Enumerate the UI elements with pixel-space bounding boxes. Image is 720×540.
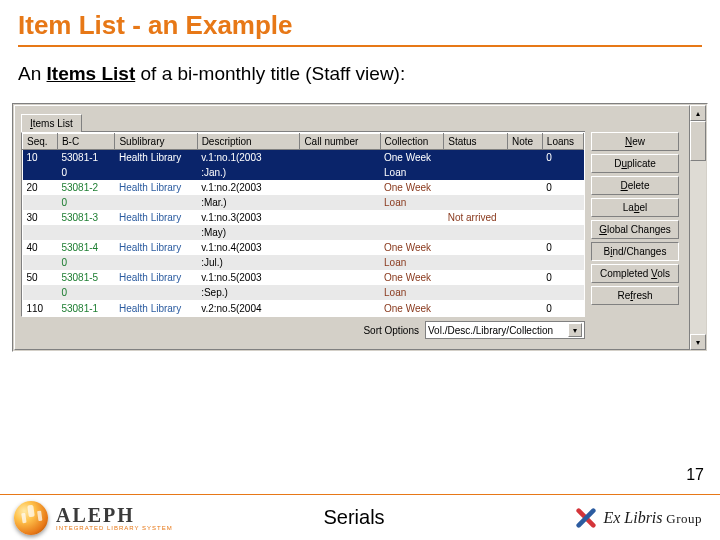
subtitle-pre: An bbox=[18, 63, 47, 84]
completed-vols-button[interactable]: Completed Vols bbox=[591, 264, 679, 283]
sort-label: Sort Options bbox=[363, 325, 419, 336]
sort-options: Sort Options Vol./Desc./Library/Collecti… bbox=[21, 317, 585, 339]
table-row[interactable]: 0:Mar.)Loan bbox=[23, 195, 584, 210]
slide-title: Item List - an Example bbox=[0, 0, 720, 45]
table-row[interactable]: 4053081-4Health Libraryv.1:no.4(2003One … bbox=[23, 240, 584, 255]
items-grid: Seq. B-C Sublibrary Description Call num… bbox=[21, 132, 585, 317]
brand-subtitle: INTEGRATED LIBRARY SYSTEM bbox=[56, 525, 173, 531]
col-collection[interactable]: Collection bbox=[380, 134, 444, 150]
aleph-logo-icon bbox=[14, 501, 48, 535]
tab-label: tems List bbox=[33, 118, 73, 129]
scroll-thumb[interactable] bbox=[690, 121, 706, 161]
refresh-button[interactable]: Refresh bbox=[591, 286, 679, 305]
table-row[interactable]: 0:Jan.)Loan bbox=[23, 165, 584, 180]
col-callnumber[interactable]: Call number bbox=[300, 134, 380, 150]
slide-footer: ALEPH INTEGRATED LIBRARY SYSTEM Serials … bbox=[0, 494, 720, 540]
grid-header: Seq. B-C Sublibrary Description Call num… bbox=[23, 134, 584, 150]
scroll-up-icon[interactable]: ▴ bbox=[690, 105, 706, 121]
sort-select[interactable]: Vol./Desc./Library/Collection ▾ bbox=[425, 321, 585, 339]
table-row[interactable]: 0:Jul.)Loan bbox=[23, 255, 584, 270]
slide-subtitle: An Items List of a bi-monthly title (Sta… bbox=[0, 55, 720, 103]
col-sublibrary[interactable]: Sublibrary bbox=[115, 134, 197, 150]
col-bc[interactable]: B-C bbox=[57, 134, 115, 150]
col-note[interactable]: Note bbox=[507, 134, 542, 150]
vendor-name: Ex Libris Group bbox=[603, 509, 702, 527]
table-row[interactable]: 3053081-3Health Libraryv.1:no.3(2003Not … bbox=[23, 210, 584, 225]
col-status[interactable]: Status bbox=[444, 134, 508, 150]
title-rule bbox=[18, 45, 702, 47]
sort-value: Vol./Desc./Library/Collection bbox=[428, 325, 553, 336]
col-description[interactable]: Description bbox=[197, 134, 300, 150]
scroll-down-icon[interactable]: ▾ bbox=[690, 334, 706, 350]
subtitle-bold: Items List bbox=[47, 63, 136, 84]
subtitle-post: of a bi-monthly title (Staff view): bbox=[135, 63, 405, 84]
duplicate-button[interactable]: Duplicate bbox=[591, 154, 679, 173]
table-row[interactable]: 2053081-2Health Libraryv.1:no.2(2003One … bbox=[23, 180, 584, 195]
tab-strip: Items List bbox=[21, 110, 585, 132]
label-button[interactable]: Label bbox=[591, 198, 679, 217]
page-number: 17 bbox=[686, 466, 704, 484]
exlibris-logo-icon bbox=[575, 507, 597, 529]
vendor-block: Ex Libris Group bbox=[575, 507, 720, 529]
action-panel: New Duplicate Delete Label Global Change… bbox=[591, 110, 679, 339]
table-row[interactable]: 1053081-1Health Libraryv.1:no.1(2003One … bbox=[23, 150, 584, 166]
new-button[interactable]: New bbox=[591, 132, 679, 151]
global-changes-button[interactable]: Global Changes bbox=[591, 220, 679, 239]
vertical-scrollbar[interactable]: ▴ ▾ bbox=[690, 105, 706, 350]
footer-title: Serials bbox=[173, 506, 576, 529]
tab-items-list[interactable]: Items List bbox=[21, 114, 82, 132]
table-row[interactable]: :May) bbox=[23, 225, 584, 240]
table-row[interactable]: 5053081-5Health Libraryv.1:no.5(2003One … bbox=[23, 270, 584, 285]
delete-button[interactable]: Delete bbox=[591, 176, 679, 195]
bind-changes-button[interactable]: Bind/Changes bbox=[591, 242, 679, 261]
col-seq[interactable]: Seq. bbox=[23, 134, 58, 150]
chevron-down-icon[interactable]: ▾ bbox=[568, 323, 582, 337]
table-row[interactable]: 0:Sep.)Loan bbox=[23, 285, 584, 301]
col-loans[interactable]: Loans bbox=[542, 134, 583, 150]
brand-name: ALEPH bbox=[56, 504, 173, 527]
brand-block: ALEPH INTEGRATED LIBRARY SYSTEM bbox=[0, 501, 173, 535]
scroll-track[interactable] bbox=[690, 161, 706, 334]
app-window: Items List Seq. B-C Sublibrary Descrip bbox=[12, 103, 708, 352]
table-row[interactable]: 11053081-1Health Libraryv.2:no.5(2004One… bbox=[23, 301, 584, 317]
